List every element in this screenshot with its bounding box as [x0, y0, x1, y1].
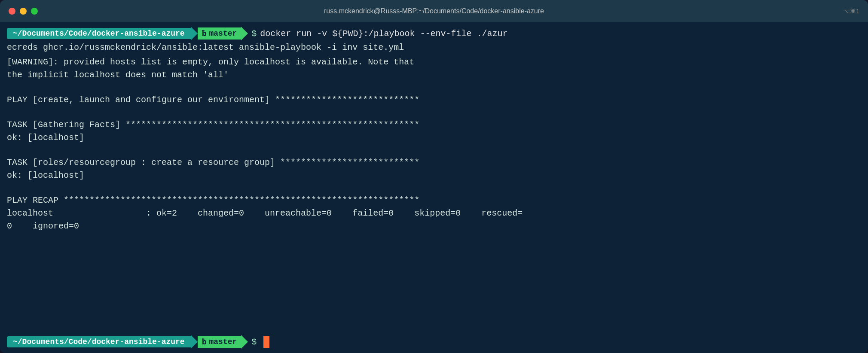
title-bar: russ.mckendrick@Russs-MBP:~/Documents/Co…	[0, 0, 868, 22]
bottom-git-label: ƀ master	[198, 336, 241, 348]
bottom-bar: ~/Documents/Code/docker-ansible-azure ƀ …	[0, 331, 868, 353]
git-branch: master	[209, 29, 237, 38]
bottom-git-icon: ƀ	[202, 337, 207, 347]
empty-line-3	[7, 144, 861, 156]
command-text: docker run -v ${PWD}:/playbook --env-fil…	[260, 29, 507, 39]
cursor	[263, 336, 269, 348]
output-recap-header: PLAY RECAP *****************************…	[7, 194, 861, 207]
prompt-dollar: $	[251, 29, 257, 39]
git-arrow-left	[191, 27, 198, 40]
empty-line-4	[7, 182, 861, 194]
terminal-window: russ.mckendrick@Russs-MBP:~/Documents/Co…	[0, 0, 868, 353]
prompt-path: ~/Documents/Code/docker-ansible-azure	[7, 28, 191, 39]
git-label: ƀ master	[198, 27, 241, 40]
traffic-lights	[9, 8, 38, 15]
bottom-git-arrow-left	[191, 335, 198, 349]
prompt-line-1: ~/Documents/Code/docker-ansible-azure ƀ …	[7, 27, 861, 40]
empty-line-2	[7, 107, 861, 119]
empty-line-1	[7, 82, 861, 94]
bottom-git-branch: master	[209, 338, 237, 346]
output-warning-1: [WARNING]: provided hosts list is empty,…	[7, 56, 861, 69]
output-command-wrap: ecreds ghcr.io/russmckendrick/ansible:la…	[7, 41, 861, 54]
output-recap-stats-2: 0 ignored=0	[7, 220, 861, 233]
output-task-1: TASK [Gathering Facts] *****************…	[7, 119, 861, 131]
git-arrow-right	[241, 27, 248, 40]
bottom-prompt-dollar: $	[251, 337, 257, 347]
output-ok-2: ok: [localhost]	[7, 169, 861, 182]
output-block: [WARNING]: provided hosts list is empty,…	[7, 54, 861, 326]
output-play: PLAY [create, launch and configure our e…	[7, 94, 861, 107]
git-icon: ƀ	[202, 29, 207, 38]
window-title: russ.mckendrick@Russs-MBP:~/Documents/Co…	[324, 7, 544, 15]
output-ok-1: ok: [localhost]	[7, 131, 861, 144]
close-button[interactable]	[9, 8, 15, 15]
output-task-2: TASK [roles/resourcegroup : create a res…	[7, 156, 861, 169]
terminal-body[interactable]: ~/Documents/Code/docker-ansible-azure ƀ …	[0, 22, 868, 331]
keyboard-shortcut: ⌥⌘1	[843, 8, 859, 15]
bottom-prompt-path: ~/Documents/Code/docker-ansible-azure	[7, 336, 191, 347]
output-warning-2: the implicit localhost does not match 'a…	[7, 69, 861, 82]
bottom-git-arrow-right	[241, 335, 248, 349]
minimize-button[interactable]	[20, 8, 27, 15]
output-recap-stats: localhost : ok=2 changed=0 unreachable=0…	[7, 207, 861, 220]
maximize-button[interactable]	[31, 8, 38, 15]
